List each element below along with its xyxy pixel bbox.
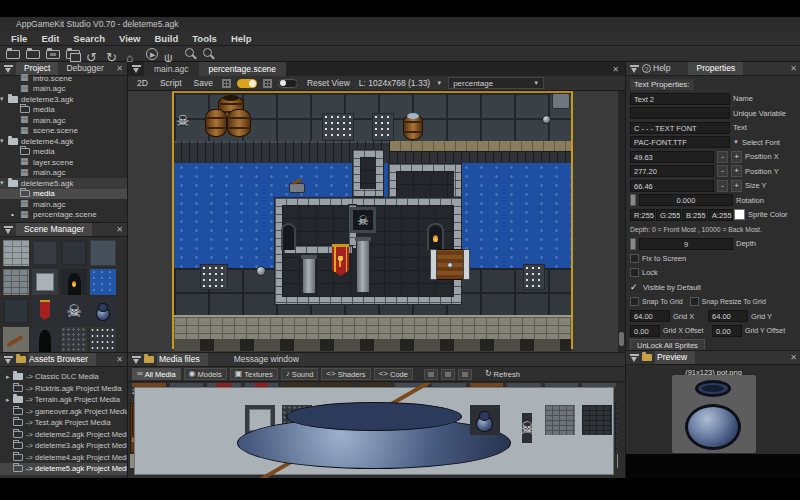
undo-icon[interactable]	[86, 48, 100, 60]
font-field[interactable]: PAC-FONT.TTF	[630, 136, 730, 148]
unlock-all-sprites-button[interactable]: UnLock All Sprites	[630, 339, 705, 350]
grid-x-offset-field[interactable]: 0.00	[630, 325, 660, 337]
scene-tile[interactable]	[61, 327, 87, 352]
menu-item[interactable]: Help	[224, 31, 259, 46]
expand-arrow-icon[interactable]: ▾	[0, 95, 8, 103]
scene-tile[interactable]	[32, 298, 58, 324]
menu-item[interactable]: File	[4, 31, 34, 46]
pillar-sprite[interactable]	[356, 236, 370, 293]
asset-item[interactable]: ▸ -> Classic DLC Media	[0, 371, 127, 383]
scene-tile[interactable]	[3, 327, 29, 352]
sprite-color-swatch[interactable]	[734, 209, 745, 220]
close-icon[interactable]: ✕	[116, 355, 123, 364]
save-icon[interactable]	[46, 50, 60, 59]
panel-menu-icon[interactable]	[630, 65, 639, 73]
grid-toggle[interactable]	[237, 79, 257, 88]
scene-tile[interactable]	[32, 327, 58, 352]
filter-models[interactable]: ◉ Models	[184, 368, 227, 380]
tree-item[interactable]: ▾ deleteme3.agk	[0, 94, 127, 105]
panel-menu-icon[interactable]	[4, 356, 13, 364]
depth-slider[interactable]	[630, 238, 636, 250]
tree-item[interactable]: main.agc	[0, 168, 127, 179]
scene-tile[interactable]	[32, 240, 58, 266]
broadcast-icon[interactable]	[164, 48, 178, 60]
reset-view-button[interactable]: Reset View	[304, 78, 353, 88]
orb-sprite[interactable]	[542, 115, 551, 124]
decrement-button[interactable]: -	[717, 151, 728, 163]
snap-to-grid-checkbox[interactable]	[630, 297, 639, 306]
tree-item[interactable]: ▾ deleteme4.agk	[0, 136, 127, 147]
mode-2d-button[interactable]: 2D	[134, 78, 151, 88]
filter-textures[interactable]: ▣ Textures	[230, 368, 278, 380]
tab-help[interactable]: Help	[653, 62, 678, 75]
spike-wall-sprite[interactable]	[200, 264, 228, 290]
asset-item[interactable]: -> deleteme5.agk Project Media	[0, 463, 127, 475]
chevron-down-icon[interactable]: ▼	[733, 139, 739, 145]
filter-all-media[interactable]: ∞ All Media	[132, 368, 181, 380]
expand-arrow-icon[interactable]: ▸	[6, 396, 13, 404]
spike-wall-sprite[interactable]	[322, 113, 354, 141]
name-field[interactable]: Text 2	[630, 93, 730, 105]
arch-door-sprite[interactable]	[281, 223, 296, 250]
color-a-field[interactable]: A:255	[708, 209, 733, 221]
stone-stem-wall[interactable]	[352, 149, 384, 197]
menu-item[interactable]: Build	[148, 31, 186, 46]
orb-sprite[interactable]	[256, 266, 266, 276]
size-y-field[interactable]: 66.46	[630, 180, 714, 192]
tab-percentage-scene[interactable]: percentage.scene	[199, 62, 287, 76]
scene-tile[interactable]	[32, 269, 58, 295]
snap-resize-checkbox[interactable]	[690, 297, 699, 306]
refresh-button[interactable]: ↻ Refresh	[481, 368, 524, 380]
expand-arrow-icon[interactable]: ▸	[6, 373, 13, 381]
panel-menu-icon[interactable]	[4, 226, 13, 234]
depth-field[interactable]: 9	[639, 238, 733, 250]
visible-checkmark-icon[interactable]: ✓	[630, 282, 640, 292]
text-field[interactable]: C - - - TEXT FONT	[630, 122, 730, 134]
snap-toggle[interactable]	[278, 79, 298, 88]
panel-menu-icon[interactable]	[132, 65, 141, 73]
scene-canvas[interactable]: ☠ ☠	[128, 91, 625, 352]
tab-media-files[interactable]: Media files	[157, 353, 208, 366]
spike-wall-sprite[interactable]	[523, 264, 545, 290]
media-cell[interactable]: pot.png	[468, 403, 506, 453]
hanging-block-sprite[interactable]	[552, 93, 570, 109]
asset-item[interactable]: -> Test.agk Project Media	[0, 417, 127, 429]
increment-button[interactable]: +	[731, 180, 742, 192]
panel-menu-icon[interactable]	[4, 65, 13, 73]
color-b-field[interactable]: B:255	[682, 209, 707, 221]
filter-sound[interactable]: ♪ Sound	[281, 368, 319, 380]
scene-tile[interactable]	[90, 240, 116, 266]
skull-sprite[interactable]: ☠	[176, 113, 189, 128]
position-y-field[interactable]: 277.20	[630, 165, 714, 177]
color-g-field[interactable]: G:255	[656, 209, 681, 221]
search-icon[interactable]	[202, 48, 214, 60]
tree-item[interactable]: percentage.scene	[0, 210, 127, 221]
open-project-icon[interactable]	[26, 50, 40, 59]
run-icon[interactable]	[146, 48, 158, 60]
expand-arrow-icon[interactable]: ▾	[0, 137, 8, 145]
close-icon[interactable]: ✕	[116, 64, 123, 73]
grid-y-offset-field[interactable]: 0.00	[712, 325, 742, 337]
banner-sprite[interactable]	[332, 244, 349, 276]
tree-item[interactable]: scene.scene	[0, 126, 127, 137]
scene-tile[interactable]	[90, 298, 116, 324]
lever-sprite[interactable]	[289, 183, 305, 193]
export-icon[interactable]	[126, 48, 140, 60]
panel-menu-icon[interactable]	[630, 354, 639, 362]
scene-tile[interactable]	[90, 269, 116, 295]
barrel-sprite[interactable]	[227, 109, 251, 137]
scrollbar-thumb[interactable]	[619, 332, 624, 346]
scene-tile[interactable]	[3, 298, 29, 324]
grid-y-field[interactable]: 64.00	[708, 310, 748, 322]
menu-item[interactable]: Tools	[185, 31, 224, 46]
view-size-large-button[interactable]	[458, 369, 472, 380]
barrel-sprite[interactable]	[205, 109, 227, 137]
close-icon[interactable]: ✕	[790, 64, 797, 73]
scene-tile[interactable]	[90, 327, 116, 352]
view-size-medium-button[interactable]	[441, 369, 455, 380]
decrement-button[interactable]: -	[717, 180, 728, 192]
pillar-sprite[interactable]	[302, 254, 316, 294]
scene-tile[interactable]	[3, 240, 29, 266]
scene-viewport[interactable]: ☠ ☠	[172, 91, 573, 349]
lock-checkbox[interactable]	[630, 268, 639, 277]
